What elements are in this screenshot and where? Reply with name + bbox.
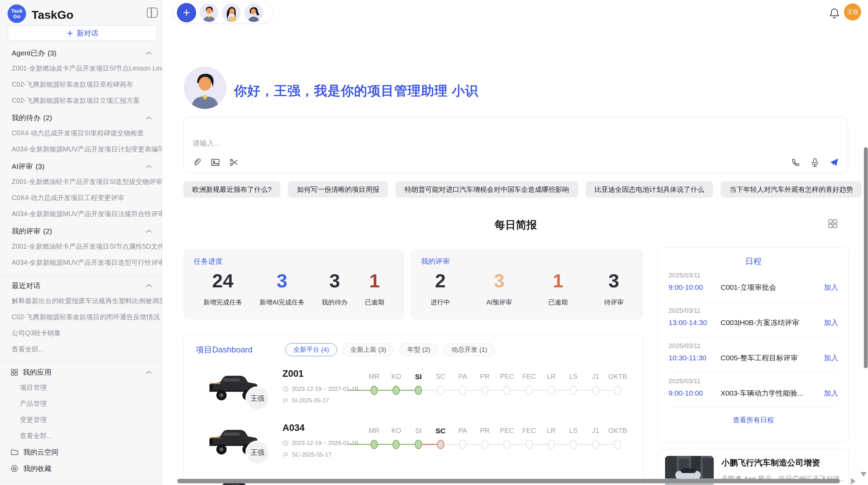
layout-grid-icon[interactable] [828,219,838,229]
add-agent-button[interactable] [177,3,196,22]
sidebar-task-item[interactable]: A034-全新新能源MUV产品开发项目计划变更表编写 [0,141,162,157]
suggestion-chip[interactable]: 如何写一份清晰的项目周报 [288,181,388,198]
new-chat-button[interactable]: 新对话 [8,25,157,41]
sidebar-task-item[interactable]: Z001-全新燃油轻卡产品开发项目SI造型提交物评审 [0,174,162,190]
sidebar-task-item[interactable]: C02-飞腾新能源轻客改款项目立项汇报方案 [0,92,162,109]
apps-view-all[interactable]: 查看全部... [0,428,162,444]
scroll-down-arrow-icon[interactable] [860,472,867,477]
milestone: SI [407,373,430,395]
sidebar-task-item[interactable]: A034-全新新能源MUV产品开发项目法规符合性评审 [0,206,162,222]
recent-view-all[interactable]: 查看全部... [0,341,162,357]
section-header-recent[interactable]: 最近对话 [0,276,162,293]
schedule-event-title: C001-立项审批会 [721,283,824,292]
project-row[interactable]: 王强 Z001 2023-12-19 ~ 2027-01-19 SI-2025-… [184,366,643,418]
recent-conversation-item[interactable]: C02-飞腾新能源轻客改款项目的闭环通告反馈情况 [0,309,162,325]
join-link[interactable]: 加入 [824,318,838,327]
suggestion-chip[interactable]: 特朗普可能对进口汽车增税会对中国车企造成哪些影响 [396,181,578,198]
app-logo: Task Go [8,4,26,23]
agent-avatar[interactable] [222,3,241,22]
chevron-up-icon[interactable] [146,51,152,55]
vertical-scrollbar[interactable] [864,147,868,368]
recent-conversation-item[interactable]: 解释最新出台的欧盟报废车法规再生塑料比例被调至15%... [0,293,162,309]
message-composer[interactable]: 请输入... [183,117,848,173]
sidebar-task-item[interactable]: C0X4-动力总成开发项目工程变更评审 [0,190,162,206]
microphone-icon[interactable] [810,158,820,167]
agent-avatar[interactable] [244,3,263,22]
milestone-dot [592,386,599,395]
milestone-dot [614,386,621,395]
stat-value: 3 [329,270,340,292]
suggestion-chip[interactable]: 比亚迪全固态电池计划具体说了什么 [586,181,713,198]
milestone-dot [393,440,400,449]
send-icon[interactable] [829,158,839,167]
join-link[interactable]: 加入 [824,388,838,398]
milestone-label: OKTB [608,373,627,382]
filter-pill[interactable]: 全新平台 (4) [285,343,337,356]
section-header-my-review[interactable]: 我的评审(2) [0,222,162,238]
schedule-time: 13:00-14:30 [668,319,721,327]
chevron-up-icon[interactable] [146,284,152,287]
chevron-up-icon[interactable] [146,165,152,168]
chevron-up-icon[interactable] [146,371,152,374]
milestone-label: PA [458,427,467,436]
section-header-ai-review[interactable]: AI评审(3) [0,157,162,174]
join-link[interactable]: 加入 [824,353,838,363]
image-icon[interactable] [210,158,220,167]
milestone-label: PEC [500,427,514,436]
sidebar-task-item[interactable]: Z001-全新燃油轻卡产品开发项目SI节点属性5D文件评审 [0,238,162,254]
view-all-schedule-link[interactable]: 查看所有日程 [668,415,838,425]
milestone-dot [437,386,444,395]
suggestion-chip[interactable]: 当下年轻人对汽车外观有怎样的喜好趋势 [721,181,862,198]
my-favorites[interactable]: 我的收藏 [0,460,162,477]
notification-bell-icon[interactable] [829,8,840,20]
user-avatar[interactable]: 王强 [844,3,861,21]
schedule-item: 2025/03/11 13:00-14:30 C003|H0B-方案冻结评审 加… [668,302,838,337]
milestone: OKTB [607,427,629,449]
recent-conversation-item[interactable]: 公司Q3轻卡销量 [0,325,162,341]
milestone-label: SC [436,373,445,382]
project-row[interactable]: 王强 A034 2023-12-19 ~ 2026-01-19 SC-2025-… [184,420,643,472]
app-item[interactable]: 变更管理 [0,412,162,428]
filter-pill[interactable]: 年型 (2) [399,343,438,356]
filter-pill[interactable]: 全新上装 (3) [342,343,394,356]
scroll-right-arrow-icon[interactable] [851,478,856,484]
milestone-line [347,390,374,391]
app-item[interactable]: 产品管理 [0,396,162,412]
logo-text-top: Task [11,8,22,14]
section-header-my-todo[interactable]: 我的待办(2) [0,109,162,125]
milestone-label: LR [547,373,556,382]
horizontal-scrollbar[interactable] [177,479,840,483]
stat-value: 1 [369,270,380,292]
stat-item: 3 AI预评审 [486,270,512,307]
project-dates: 2023-12-19 ~ 2027-01-19 [292,386,358,393]
chevron-up-icon[interactable] [146,116,152,120]
milestone: KO [385,373,408,395]
stat-value: 3 [494,270,505,292]
join-link[interactable]: 加入 [824,283,838,292]
scissors-icon[interactable] [229,158,239,167]
owner-badge: 王强 [245,440,269,464]
milestone: PEC [496,427,518,449]
sidebar-task-item[interactable]: Z001-全新燃油皮卡产品开发项目SI节点Lesson Learn报告 [0,60,162,76]
my-cloud-space[interactable]: 我的云空间 [0,444,162,460]
milestone: PA [451,427,474,449]
suggestion-chip[interactable]: 欧洲新规最近颁布了什么? [183,181,280,198]
tool-ai-super-staff[interactable]: AI超级员工 [0,483,162,485]
stat-value: 2 [435,270,446,292]
app-item[interactable]: 项目管理 [0,380,162,396]
milestone: PEC [496,373,518,395]
agent-avatar[interactable] [200,3,218,22]
stat-label: 我的待办 [322,298,348,307]
section-header-agent-done[interactable]: Agent已办(3) [0,44,162,60]
section-header-my-apps[interactable]: 我的应用 [0,363,162,380]
sidebar-task-item[interactable]: C02-飞腾新能源轻客改款项目里程碑画布 [0,76,162,92]
chevron-up-icon[interactable] [146,229,152,233]
attachment-icon[interactable] [192,158,202,167]
filter-pill[interactable]: 动总开发 (1) [444,343,495,356]
phone-icon[interactable] [791,158,800,167]
sidebar-task-item[interactable]: A034-全新新能源MUV产品开发项目造型可行性评审 [0,254,162,271]
sidebar-task-item[interactable]: C0X4-动力总成开发项目SI里程碑提交物检查 [0,125,162,141]
schedule-event-title: C003|H0B-方案冻结评审 [721,318,824,327]
project-name: A034 [282,423,305,433]
sidebar-collapse-icon[interactable] [147,8,158,18]
